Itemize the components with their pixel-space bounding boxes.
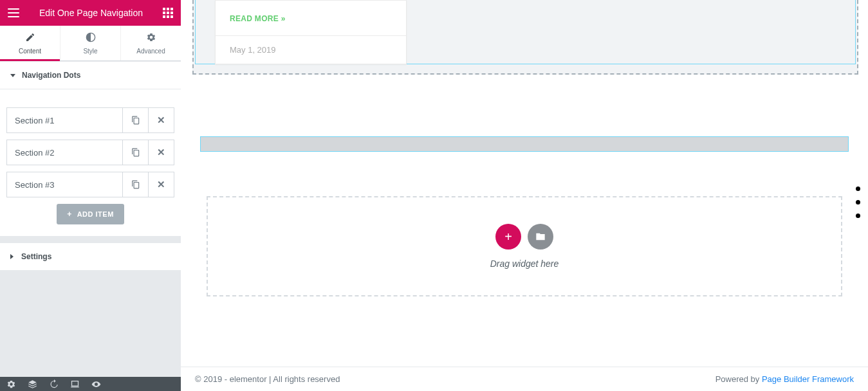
settings-icon[interactable] — [6, 379, 16, 389]
settings-title: Settings — [21, 252, 51, 261]
nav-dot-2[interactable] — [856, 200, 860, 205]
dropzone-actions: + — [495, 224, 553, 250]
footer-powered-by: Powered by Page Builder Framework — [716, 374, 854, 384]
settings-panel: Settings — [0, 242, 181, 271]
contrast-icon — [86, 32, 96, 45]
remove-icon[interactable]: ✕ — [148, 108, 174, 132]
remove-icon[interactable]: ✕ — [148, 172, 174, 197]
navigator-icon[interactable] — [28, 379, 37, 389]
powered-by-link[interactable]: Page Builder Framework — [762, 374, 854, 384]
folder-icon — [535, 232, 546, 242]
preview-canvas: READ MORE » May 1, 2019 + Drag widget he… — [181, 0, 868, 391]
item-label[interactable]: Section #1 — [7, 108, 122, 132]
one-page-nav-dots — [856, 186, 860, 218]
caret-right-icon — [10, 254, 14, 259]
preview-icon[interactable] — [91, 379, 101, 389]
settings-header[interactable]: Settings — [0, 242, 181, 271]
sidebar: Edit One Page Navigation Content Style A… — [0, 0, 181, 391]
add-item-label: ADD ITEM — [77, 210, 114, 218]
caret-down-icon — [10, 74, 15, 77]
item-label[interactable]: Section #3 — [7, 172, 122, 197]
sidebar-header: Edit One Page Navigation — [0, 0, 181, 26]
read-more-link[interactable]: READ MORE » — [230, 14, 286, 23]
tab-advanced-label: Advanced — [136, 48, 165, 55]
footer-copyright: © 2019 - elementor | All rights reserved — [195, 374, 340, 384]
remove-icon[interactable]: ✕ — [148, 140, 174, 165]
nav-dot-3[interactable] — [856, 214, 860, 218]
canvas-section-inner: READ MORE » May 1, 2019 — [195, 0, 856, 64]
navigation-dots-panel: Navigation Dots Section #1 ✕ Section #2 … — [0, 61, 181, 236]
section-items-list: Section #1 ✕ Section #2 ✕ Section #3 ✕ +… — [0, 89, 181, 236]
menu-icon[interactable] — [8, 8, 19, 17]
pencil-icon — [25, 32, 35, 45]
add-item-button[interactable]: + ADD ITEM — [57, 204, 124, 224]
list-item: Section #2 ✕ — [6, 140, 174, 165]
widgets-grid-icon[interactable] — [163, 8, 173, 18]
plus-icon: + — [67, 210, 72, 219]
nav-dot-1[interactable] — [856, 186, 860, 191]
duplicate-icon[interactable] — [122, 140, 148, 165]
list-item: Section #1 ✕ — [6, 107, 174, 133]
canvas-section-wrapper[interactable]: READ MORE » May 1, 2019 — [192, 0, 858, 75]
duplicate-icon[interactable] — [122, 172, 148, 197]
duplicate-icon[interactable] — [122, 108, 148, 132]
tab-content-label: Content — [19, 48, 41, 55]
bottom-toolbar — [0, 377, 181, 391]
navigation-dots-header[interactable]: Navigation Dots — [0, 62, 181, 89]
history-icon[interactable] — [49, 379, 59, 389]
tab-content[interactable]: Content — [0, 26, 60, 60]
panel-title: Edit One Page Navigation — [39, 8, 143, 18]
item-label[interactable]: Section #2 — [7, 140, 122, 165]
template-library-button[interactable] — [528, 224, 553, 250]
tab-style[interactable]: Style — [60, 26, 121, 60]
gear-icon — [146, 32, 156, 45]
add-section-button[interactable]: + — [495, 224, 521, 250]
dropzone-text: Drag widget here — [490, 259, 559, 269]
list-item: Section #3 ✕ — [6, 172, 174, 197]
responsive-icon[interactable] — [70, 379, 80, 389]
navigation-dots-title: Navigation Dots — [22, 71, 80, 80]
powered-by-prefix: Powered by — [716, 374, 762, 384]
drop-zone[interactable]: + Drag widget here — [207, 196, 842, 296]
post-card: READ MORE » May 1, 2019 — [215, 0, 407, 64]
plus-icon: + — [504, 230, 512, 244]
selected-section-strip[interactable] — [200, 136, 849, 152]
tab-style-label: Style — [83, 48, 97, 55]
preview-footer: © 2019 - elementor | All rights reserved… — [181, 367, 868, 391]
tab-advanced[interactable]: Advanced — [121, 26, 181, 60]
post-date: May 1, 2019 — [216, 35, 406, 64]
editor-tabs: Content Style Advanced — [0, 26, 181, 61]
